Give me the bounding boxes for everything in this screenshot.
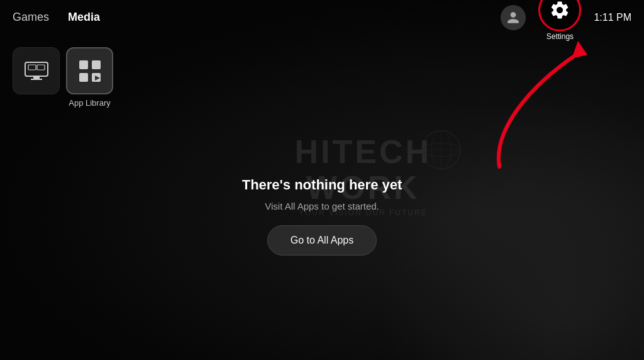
nav-items: Games Media bbox=[13, 11, 100, 24]
empty-state-subtitle: Visit All Apps to get started. bbox=[265, 201, 379, 211]
settings-circle-highlight bbox=[538, 0, 581, 31]
nav-item-media[interactable]: Media bbox=[68, 11, 100, 24]
goto-all-apps-button[interactable]: Go to All Apps bbox=[267, 225, 377, 256]
empty-state: There's nothing here yet Visit All Apps … bbox=[242, 177, 402, 256]
empty-state-title: There's nothing here yet bbox=[242, 177, 402, 193]
user-icon[interactable] bbox=[501, 5, 526, 30]
time-display: 1:11 PM bbox=[594, 12, 631, 23]
top-navbar: Games Media Settings 1:11 PM bbox=[0, 0, 644, 35]
nav-item-games[interactable]: Games bbox=[13, 11, 49, 24]
main-content: There's nothing here yet Visit All Apps … bbox=[0, 35, 644, 360]
settings-icon[interactable] bbox=[549, 0, 570, 21]
